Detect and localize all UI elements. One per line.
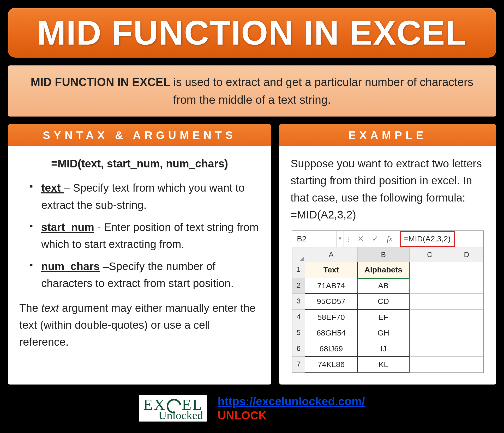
example-panel: EXAMPLE Suppose you want to extract two … [279, 124, 496, 384]
title-banner: MID FUNCTION IN EXCEL [8, 8, 496, 58]
row-number[interactable]: 4 [292, 309, 305, 325]
cell-empty[interactable] [450, 309, 483, 325]
spreadsheet-grid: A B C D 1 Text Alphabets 2 71AB74 [292, 247, 483, 373]
cell-header[interactable]: Alphabets [357, 262, 410, 278]
enter-icon[interactable]: ✓ [368, 231, 382, 247]
column-header[interactable]: C [410, 247, 450, 262]
formula-input[interactable]: =MID(A2,3,2) [397, 231, 483, 247]
table-row: 4 58EF70 EF [292, 309, 483, 325]
note-italic: text [41, 302, 59, 314]
cell[interactable]: 68IJ69 [305, 341, 357, 357]
cell-empty[interactable] [450, 294, 483, 309]
page-title: MID FUNCTION IN EXCEL [18, 13, 486, 52]
description-text: is used to extract and get a particular … [170, 76, 473, 106]
table-row: 1 Text Alphabets [292, 262, 483, 278]
cancel-icon[interactable]: ✕ [353, 231, 368, 247]
description-bold: MID FUNCTION IN EXCEL [31, 76, 170, 88]
argument-item: text – Specify text from which you want … [30, 179, 260, 213]
argument-name: num_chars [41, 260, 100, 272]
cell-empty[interactable] [410, 325, 450, 341]
separator-icon: ⋮ [344, 231, 353, 247]
excel-screenshot: B2 ▼ ⋮ ✕ ✓ fx =MID(A2,3,2) A B C [292, 230, 484, 373]
row-number[interactable]: 3 [292, 294, 305, 309]
argument-desc: – Specify text from which you want to ex… [41, 182, 245, 211]
cell[interactable]: IJ [357, 341, 410, 357]
formula-highlight: =MID(A2,3,2) [400, 231, 455, 247]
cell[interactable]: CD [357, 294, 410, 309]
row-number[interactable]: 7 [292, 357, 305, 373]
footer: EX EL Unlocked https://excelunlocked.com… [8, 392, 496, 422]
cell-empty[interactable] [410, 278, 450, 294]
table-row: 5 68GH54 GH [292, 325, 483, 341]
cell[interactable]: EF [357, 309, 410, 325]
column-header-row: A B C D [292, 247, 483, 262]
footer-unlock-text: UNLOCK [218, 409, 365, 422]
argument-name: start_num [41, 221, 94, 233]
formula-bar: B2 ▼ ⋮ ✕ ✓ fx =MID(A2,3,2) [292, 231, 483, 247]
syntax-panel-header: SYNTAX & ARGUMENTS [8, 124, 271, 146]
argument-list: text – Specify text from which you want … [19, 179, 260, 292]
note-pre: The [19, 302, 41, 314]
cell-empty[interactable] [410, 294, 450, 309]
logo-text-bottom: Unlocked [158, 410, 203, 421]
syntax-note: The text argument may either manually en… [19, 300, 260, 350]
example-text: Suppose you want to extract two letters … [291, 155, 485, 223]
column-header[interactable]: A [305, 247, 357, 262]
cell-empty[interactable] [450, 325, 483, 341]
syntax-panel-body: =MID(text, start_num, num_chars) text – … [8, 146, 271, 362]
table-row: 6 68IJ69 IJ [292, 341, 483, 357]
footer-links: https://excelunlocked.com/ UNLOCK [218, 395, 365, 422]
syntax-panel: SYNTAX & ARGUMENTS =MID(text, start_num,… [8, 124, 271, 384]
table-row: 3 95CD57 CD [292, 294, 483, 309]
logo: EX EL Unlocked [139, 395, 207, 422]
example-panel-body: Suppose you want to extract two letters … [279, 146, 496, 384]
cell-empty[interactable] [450, 278, 483, 294]
syntax-formula: =MID(text, start_num, num_chars) [19, 155, 260, 172]
cell[interactable]: KL [357, 357, 410, 373]
row-number[interactable]: 6 [292, 341, 305, 357]
cell[interactable]: GH [357, 325, 410, 341]
cell-header[interactable]: Text [305, 262, 357, 278]
cell[interactable]: 68GH54 [305, 325, 357, 341]
cell[interactable]: 71AB74 [305, 278, 357, 294]
cell-empty[interactable] [450, 357, 483, 373]
content-columns: SYNTAX & ARGUMENTS =MID(text, start_num,… [8, 124, 496, 384]
cell-active[interactable]: AB [357, 278, 410, 294]
cell-empty[interactable] [410, 309, 450, 325]
argument-item: num_chars –Specify the number of charact… [30, 258, 260, 292]
cell[interactable]: 58EF70 [305, 309, 357, 325]
description-banner: MID FUNCTION IN EXCEL is used to extract… [8, 65, 496, 117]
argument-item: start_num - Enter position of text strin… [30, 219, 260, 253]
cell-empty[interactable] [450, 341, 483, 357]
row-number[interactable]: 2 [292, 278, 305, 294]
column-header[interactable]: B [357, 247, 410, 262]
table-row: 7 74KL86 KL [292, 357, 483, 373]
cell-empty[interactable] [410, 262, 450, 278]
example-panel-header: EXAMPLE [279, 124, 496, 146]
cell-empty[interactable] [410, 357, 450, 373]
footer-url-link[interactable]: https://excelunlocked.com/ [218, 395, 365, 408]
cell-empty[interactable] [410, 341, 450, 357]
cell[interactable]: 74KL86 [305, 357, 357, 373]
row-number[interactable]: 5 [292, 325, 305, 341]
fx-icon[interactable]: fx [382, 231, 397, 247]
select-all-corner[interactable] [292, 247, 305, 262]
row-number[interactable]: 1 [292, 262, 305, 278]
name-box-dropdown-icon[interactable]: ▼ [337, 231, 344, 247]
cell-empty[interactable] [450, 262, 483, 278]
argument-name: text [41, 182, 64, 194]
table-row: 2 71AB74 AB [292, 278, 483, 294]
name-box[interactable]: B2 [292, 231, 337, 247]
cell[interactable]: 95CD57 [305, 294, 357, 309]
column-header[interactable]: D [450, 247, 483, 262]
